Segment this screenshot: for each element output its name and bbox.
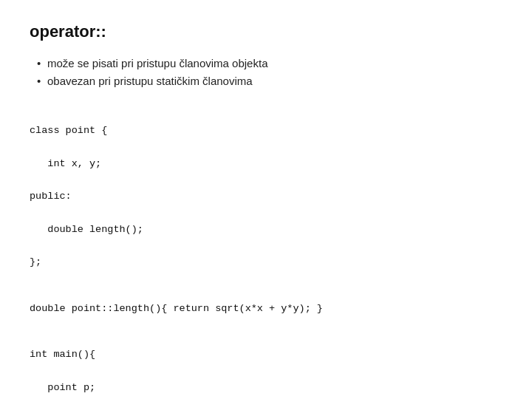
code-line: int x, y; (30, 158, 101, 169)
bullet-list: može se pisati pri pristupu članovima ob… (30, 55, 502, 90)
code-block-length: double point::length(){ return sqrt(x*x … (30, 284, 502, 318)
code-block-main: int main(){ point p; double n1 = p.point… (30, 330, 502, 399)
code-line: double length(); (30, 224, 143, 235)
bullet-item-2: obavezan pri pristupu statičkim članovim… (37, 72, 502, 90)
page-title: operator:: (30, 22, 502, 41)
code-line: class point { (30, 125, 107, 136)
code-block-class: class point { int x, y; public: double l… (30, 106, 502, 271)
code-line: public: (30, 191, 72, 202)
code-line: }; (30, 256, 41, 267)
code-line: int main(){ (30, 349, 95, 360)
code-line: double point::length(){ return sqrt(x*x … (30, 303, 323, 314)
bullet-item-1: može se pisati pri pristupu članovima ob… (37, 55, 502, 72)
code-line: point p; (30, 382, 95, 393)
